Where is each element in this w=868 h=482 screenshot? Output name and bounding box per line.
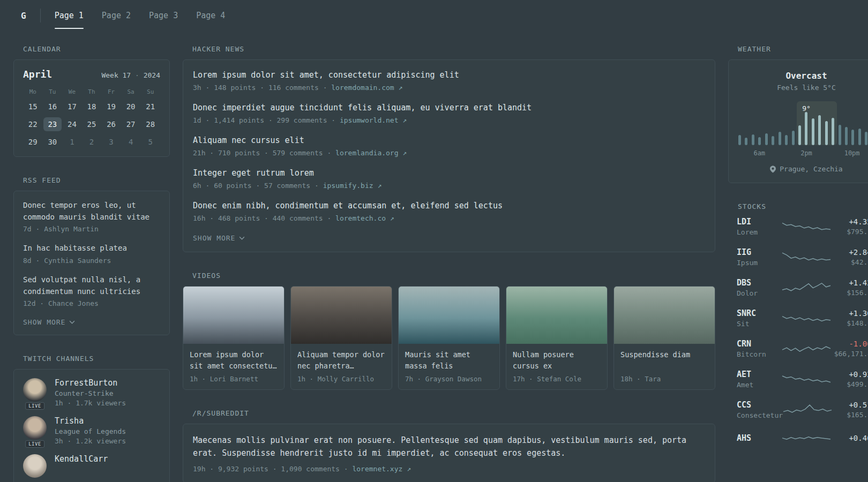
- left-column: CALENDAR April Week 17 · 2024 MoTuWeThFr…: [13, 45, 170, 482]
- stock-sparkline: [782, 372, 831, 387]
- calendar-day: 27: [122, 117, 140, 131]
- video-card[interactable]: Aliquam tempor dolor nec pharetra…1h · M…: [290, 286, 392, 390]
- stock-sparkline: [783, 402, 832, 417]
- stock-row[interactable]: AHS+0.46%: [737, 431, 868, 446]
- rss-item: Sed volutpat nulla nisl, a condimentum n…: [23, 274, 160, 307]
- twitch-channel[interactable]: KendallCarr: [23, 454, 160, 478]
- subreddit-post-domain[interactable]: loremnet.xyz ↗: [352, 465, 411, 473]
- video-title: Suspendisse diam: [614, 344, 715, 372]
- nav-tab-page-4[interactable]: Page 4: [196, 11, 225, 20]
- stock-name: Bitcorn: [737, 350, 782, 358]
- twitch-section: TWITCH CHANNELS LIVEForrestBurtonCounter…: [13, 355, 170, 482]
- stock-change: +0.46%: [831, 434, 868, 442]
- weather-bar: [858, 129, 861, 145]
- calendar-weekday: Tu: [43, 88, 63, 95]
- twitch-channel-name: Trisha: [55, 416, 126, 426]
- dashboard-grid: CALENDAR April Week 17 · 2024 MoTuWeThFr…: [0, 45, 868, 482]
- rss-item-title[interactable]: Donec tempor eros leo, ut commodo mauris…: [23, 200, 160, 223]
- rss-item-title[interactable]: In hac habitasse platea: [23, 243, 160, 254]
- nav-tab-page-1[interactable]: Page 1: [55, 11, 84, 20]
- twitch-channel[interactable]: LIVETrishaLeague of Legends3h · 1.2k vie…: [23, 416, 160, 445]
- twitch-avatar-wrap: LIVE: [23, 416, 47, 445]
- stock-price: $795.18: [831, 228, 868, 236]
- stock-row[interactable]: SNRCSit+1.36%$148.64: [737, 308, 868, 328]
- show-more-label: SHOW MORE: [23, 318, 65, 326]
- stock-ticker: AHS: [737, 433, 782, 443]
- stock-ticker: DBS: [737, 278, 782, 288]
- hackernews-item-meta: 1d · 1,414 points · 299 comments · ipsum…: [193, 116, 705, 124]
- stock-sparkline: [782, 250, 831, 265]
- nav-tab-page-2[interactable]: Page 2: [102, 11, 131, 20]
- subreddit-post-meta: 19h · 9,932 points · 1,090 comments · lo…: [193, 465, 705, 473]
- weather-bar: [772, 136, 774, 145]
- calendar-weekday: Mo: [23, 88, 43, 95]
- stock-sparkline: [782, 431, 831, 446]
- stock-info: DBSDolor: [737, 278, 782, 297]
- twitch-channel[interactable]: LIVEForrestBurtonCounter-Strike1h · 1.7k…: [23, 378, 160, 407]
- show-more-label: SHOW MORE: [193, 234, 235, 242]
- weather-card: Overcast Feels like 5°C 9° 6am2pm10pm Pr…: [728, 59, 868, 183]
- hackernews-item-domain[interactable]: ipsumify.biz ↗: [323, 182, 382, 190]
- app-logo[interactable]: G: [21, 11, 26, 21]
- weather-x-label: 10pm: [844, 149, 860, 157]
- weather-location-label: Prague, Czechia: [780, 165, 842, 173]
- weather-x-label: 2pm: [800, 149, 812, 157]
- subreddit-post-title[interactable]: Maecenas mollis pulvinar erat non posuer…: [193, 434, 705, 460]
- stock-name: Amet: [737, 381, 782, 389]
- hackernews-item-domain[interactable]: loremlandia.org ↗: [335, 149, 407, 157]
- hackernews-item-domain[interactable]: ipsumworld.net ↗: [340, 116, 407, 124]
- stock-row[interactable]: AETAmet+0.92%$499.72: [737, 370, 868, 389]
- stock-row[interactable]: CCSConsectetur+0.51%$165.84: [737, 400, 868, 419]
- weather-bar: [738, 135, 741, 145]
- stock-price: $66,171.48: [831, 350, 868, 358]
- calendar-day: 19: [102, 100, 121, 114]
- video-card[interactable]: Mauris sit amet massa felis7h · Grayson …: [398, 286, 500, 390]
- calendar-day: 21: [141, 100, 160, 114]
- weather-location: Prague, Czechia: [737, 165, 868, 173]
- subreddit-section: /R/SUBREDDIT Maecenas mollis pulvinar er…: [183, 409, 715, 482]
- weather-bar: [752, 134, 754, 145]
- stock-row[interactable]: CRNBitcorn-1.00%$66,171.48: [737, 339, 868, 358]
- hackernews-item-title[interactable]: Aliquam nec cursus elit: [193, 135, 705, 146]
- stock-name: Dolor: [737, 289, 782, 297]
- video-card[interactable]: Suspendisse diam18h · Tara: [613, 286, 715, 390]
- video-thumbnail: [183, 287, 284, 344]
- hackernews-item-title[interactable]: Donec imperdiet augue tincidunt felis al…: [193, 102, 705, 114]
- hackernews-item-title[interactable]: Integer eget rutrum lorem: [193, 168, 705, 179]
- hackernews-show-more-button[interactable]: SHOW MORE: [193, 233, 245, 243]
- twitch-channel-name: ForrestBurton: [55, 378, 126, 388]
- stock-price: $165.84: [832, 411, 868, 419]
- rss-item-title[interactable]: Sed volutpat nulla nisl, a condimentum n…: [23, 274, 160, 297]
- weather-bar: [758, 137, 761, 145]
- calendar-weekday: We: [62, 88, 82, 95]
- hackernews-item-domain[interactable]: loremdomain.com ↗: [331, 84, 402, 92]
- video-card[interactable]: Lorem ipsum dolor sit amet consectetu…1h…: [183, 286, 285, 390]
- section-title-stocks: STOCKS: [738, 202, 868, 210]
- stock-row[interactable]: DBSDolor+1.42%$156.28: [737, 278, 868, 297]
- section-title-subreddit: /R/SUBREDDIT: [192, 409, 715, 417]
- stock-ticker: CCS: [737, 400, 783, 410]
- twitch-channel-game: Counter-Strike: [55, 389, 126, 397]
- stock-name: Ipsum: [737, 259, 782, 267]
- stock-ticker: IIG: [737, 247, 782, 257]
- weather-bar: [785, 135, 788, 145]
- stock-row[interactable]: IIGIpsum+2.84%$42.04: [737, 247, 868, 267]
- rss-item: In hac habitasse platea8d · Cynthia Saun…: [23, 243, 160, 265]
- stock-info: AETAmet: [737, 370, 782, 389]
- nav-tab-page-3[interactable]: Page 3: [149, 11, 178, 20]
- hackernews-item-title[interactable]: Lorem ipsum dolor sit amet, consectetur …: [193, 70, 705, 81]
- stock-row[interactable]: LDILorem+4.35%$795.18: [737, 217, 868, 236]
- stock-info: IIGIpsum: [737, 247, 782, 267]
- rss-item-meta: 12d · Chance Jones: [23, 299, 160, 307]
- rss-show-more-button[interactable]: SHOW MORE: [23, 317, 75, 327]
- hackernews-item-title[interactable]: Donec enim nibh, condimentum et accumsan…: [193, 200, 705, 212]
- hackernews-item-domain[interactable]: loremtech.co ↗: [335, 214, 394, 222]
- live-badge: LIVE: [25, 402, 44, 410]
- hackernews-item: Lorem ipsum dolor sit amet, consectetur …: [193, 70, 705, 92]
- weather-bar: [765, 133, 768, 145]
- rss-item-meta: 8d · Cynthia Saunders: [23, 257, 160, 265]
- nav-tabs: Page 1Page 2Page 3Page 4: [55, 11, 244, 20]
- twitch-avatar-wrap: LIVE: [23, 378, 47, 407]
- video-card[interactable]: Nullam posuere cursus ex17h · Stefan Col…: [506, 286, 608, 390]
- stock-sparkline: [782, 219, 831, 234]
